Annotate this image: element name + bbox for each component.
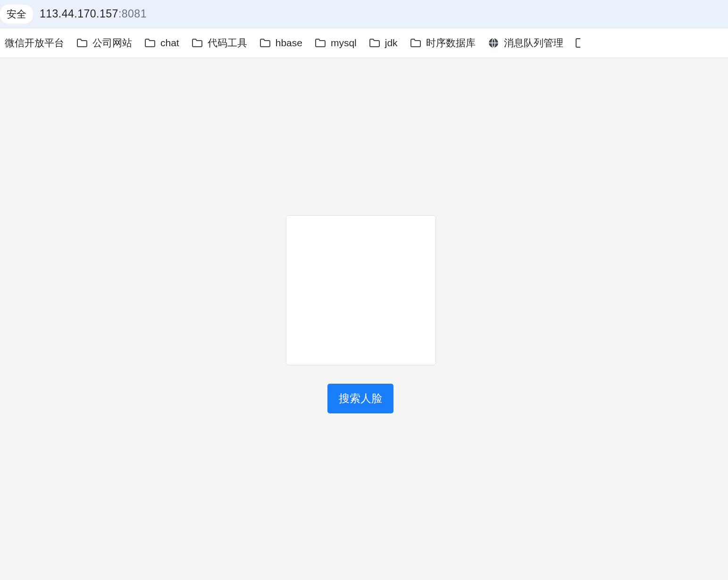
url-port: :8081: [118, 8, 147, 20]
bookmark-label: chat: [160, 37, 179, 49]
address-bar: 安全 113.44.170.157:8081: [0, 0, 728, 28]
bookmark-jdk[interactable]: jdk: [369, 37, 398, 49]
bookmark-label: 代码工具: [208, 36, 247, 50]
bookmark-hbase[interactable]: hbase: [259, 37, 302, 49]
bookmark-label: 公司网站: [92, 36, 132, 50]
globe-icon: [488, 37, 499, 49]
folder-icon: [369, 38, 380, 48]
bookmark-code-tools[interactable]: 代码工具: [192, 36, 247, 50]
bookmark-label: hbase: [276, 37, 302, 49]
bookmark-label: mysql: [331, 37, 357, 49]
bookmark-company-website[interactable]: 公司网站: [76, 36, 132, 50]
bookmark-label: jdk: [385, 37, 398, 49]
bookmarks-bar: 微信开放平台 公司网站 chat 代码工具 hbase mysql jdk 时序…: [0, 28, 728, 58]
folder-icon: [259, 38, 271, 48]
folder-icon: [410, 38, 421, 48]
bookmark-wechat-open-platform[interactable]: 微信开放平台: [5, 36, 64, 50]
url-host: 113.44.170.157: [40, 8, 118, 20]
bookmark-message-queue[interactable]: 消息队列管理: [488, 36, 563, 50]
image-upload-box[interactable]: [286, 215, 436, 365]
folder-icon: [192, 38, 203, 48]
url-text[interactable]: 113.44.170.157:8081: [40, 8, 147, 20]
bookmark-timeseries-db[interactable]: 时序数据库: [410, 36, 476, 50]
search-button-label: 搜索人脸: [339, 392, 382, 404]
folder-icon: [144, 38, 156, 48]
folder-icon: [315, 38, 326, 48]
bookmark-label: 消息队列管理: [504, 36, 563, 50]
security-badge-text: 安全: [7, 8, 26, 21]
bookmark-label: 时序数据库: [426, 36, 476, 50]
security-badge[interactable]: 安全: [0, 5, 33, 24]
content-area: 搜索人脸: [0, 58, 728, 580]
bookmark-chat[interactable]: chat: [144, 37, 179, 49]
bookmark-label: 微信开放平台: [5, 36, 64, 50]
bookmark-mysql[interactable]: mysql: [315, 37, 357, 49]
folder-icon: [576, 38, 580, 48]
folder-icon: [76, 38, 88, 48]
bookmark-partial[interactable]: [576, 38, 580, 48]
search-face-button[interactable]: 搜索人脸: [327, 384, 393, 413]
